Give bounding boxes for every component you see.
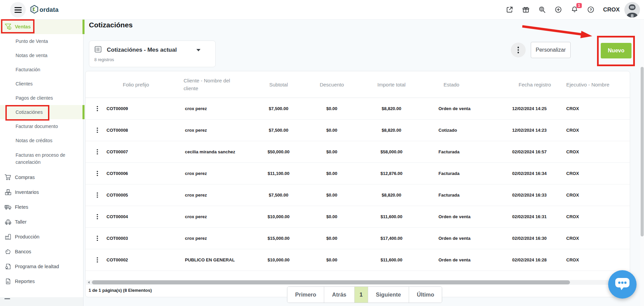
cell-cliente: PUBLICO EN GENERAL <box>168 249 253 271</box>
chevron-down-icon <box>196 49 200 51</box>
funnel-dollar-icon: $ <box>4 23 12 30</box>
row-menu-button[interactable] <box>94 234 101 243</box>
table-row[interactable]: COT00002PUBLICO EN GENERAL$10,000.00$0.0… <box>86 249 630 271</box>
table-row[interactable]: COT00008crox perez$7,500.00$0.00$8,820.0… <box>86 120 630 141</box>
sidebar-item-label: Bancos <box>15 249 31 254</box>
table-row[interactable]: COT00006crox perez$11,100.00$0.00$12,876… <box>86 163 630 184</box>
row-menu-button[interactable] <box>94 191 101 200</box>
sidebar-item-compras[interactable]: Compras <box>0 170 83 185</box>
page-title: Cotizaciónes <box>89 21 133 29</box>
column-header-6: Estado <box>423 71 506 98</box>
row-menu-button[interactable] <box>94 212 101 221</box>
cell-importe: $8,820.00 <box>360 184 423 206</box>
pagination-primero[interactable]: Primero <box>287 287 324 303</box>
gift-icon[interactable] <box>522 6 530 14</box>
sidebar-item-label: Facturas en proceso de cancelación <box>16 152 74 166</box>
vertical-scrollbar[interactable] <box>640 19 644 306</box>
sidebar-item-punto-de-venta[interactable]: Punto de Venta <box>0 34 83 48</box>
cell-estado: Facturada <box>423 184 506 206</box>
app-logo[interactable]: ordata <box>30 5 58 15</box>
cell-fecha: 02/02/2024 16:33 <box>506 184 564 206</box>
horizontal-scrollbar[interactable] <box>91 280 629 285</box>
row-menu-button[interactable] <box>94 104 101 113</box>
cell-cliente: crox perez <box>168 184 253 206</box>
cell-estado: Orden de venta <box>423 98 506 119</box>
column-header-1: Folio prefijo <box>104 71 168 98</box>
table-row[interactable]: COT00003crox perez$15,000.00$0.00$17,400… <box>86 228 630 249</box>
view-selector-label: Cotizaciónes - Mes actual <box>107 47 177 53</box>
sidebar-item-clientes[interactable]: Clientes <box>0 77 83 91</box>
bell-icon[interactable]: 1 <box>571 6 578 14</box>
cell-importe: $12,876.00 <box>360 163 423 184</box>
horizontal-scrollbar-thumb[interactable] <box>92 280 570 284</box>
cell-fecha: 12/02/2024 14:25 <box>506 98 564 119</box>
svg-text:?: ? <box>590 8 592 12</box>
row-menu-button[interactable] <box>94 256 101 264</box>
cell-fecha: 02/02/2024 16:57 <box>506 141 564 162</box>
cell-estado: Facturada <box>423 141 506 162</box>
sidebar-item-notas-de-créditos[interactable]: Notas de créditos <box>0 133 83 148</box>
cart-icon <box>4 174 12 181</box>
sidebar-item-taller[interactable]: Taller <box>0 214 83 229</box>
user-menu[interactable]: CROX <box>603 2 640 18</box>
cell-folio: COT00003 <box>104 228 168 249</box>
sidebar-item-pagos-de-clientes[interactable]: Pagos de clientes <box>0 91 83 105</box>
topbar-actions: 1? <box>506 6 595 14</box>
vertical-scrollbar-thumb[interactable] <box>641 67 644 236</box>
cell-estado: Orden de venta <box>423 249 506 271</box>
personalize-button[interactable]: Personalizar <box>531 42 571 58</box>
quotes-table: Folio prefijoCliente - Nombre del client… <box>85 71 630 297</box>
cell-ejecutivo: CROX <box>564 184 628 206</box>
chat-bubble-button[interactable] <box>608 270 637 299</box>
pagination--ltimo[interactable]: Último <box>409 287 442 303</box>
cell-cliente: crox perez <box>168 120 253 141</box>
new-button[interactable]: Nuevo <box>601 43 631 58</box>
avatar[interactable] <box>624 2 640 18</box>
cell-ejecutivo: CROX <box>564 228 628 249</box>
help-icon[interactable]: ? <box>587 6 595 14</box>
row-menu-button[interactable] <box>94 169 101 178</box>
list-icon <box>94 45 102 55</box>
cell-importe: $17,400.00 <box>360 228 423 249</box>
hscroll-left-arrow[interactable] <box>86 280 91 285</box>
pagination-siguiente[interactable]: Siguiente <box>368 287 409 303</box>
cell-estado: Orden de venta <box>423 206 506 227</box>
sidebar-item-programa-de-lealtad[interactable]: Programa de lealtad <box>0 259 83 274</box>
sidebar-item-ventas[interactable]: $Ventas <box>0 19 83 34</box>
sidebar-item-facturación[interactable]: Facturación <box>0 62 83 77</box>
table-options-button[interactable] <box>511 43 526 57</box>
pagination-1[interactable]: 1 <box>354 287 368 303</box>
cell-estado: Orden de venta <box>423 228 506 249</box>
pagination-atr-s[interactable]: Atrás <box>324 287 354 303</box>
open-external-icon[interactable] <box>506 6 514 14</box>
sidebar-item-inventarios[interactable]: Inventarios <box>0 185 83 200</box>
sidebar-item-facturas-en-proceso-de-cancelación[interactable]: Facturas en proceso de cancelación <box>0 148 83 170</box>
sidebar-item-fletes[interactable]: Fletes <box>0 200 83 214</box>
sidebar-item-label: Taller <box>15 219 27 225</box>
sidebar-item-cotizaciónes[interactable]: Cotizaciónes <box>0 105 83 119</box>
row-menu-button[interactable] <box>94 148 101 156</box>
sidebar-item-label: Notas de venta <box>16 53 47 58</box>
sidebar-item-notas-de-venta[interactable]: Notas de venta <box>0 48 83 62</box>
sidebar-item-reportes[interactable]: Reportes <box>0 274 83 289</box>
table-row[interactable]: COT00009crox perez$7,500.00$0.00$8,820.0… <box>86 98 630 120</box>
view-selector[interactable]: Cotizaciónes - Mes actual 8 registros <box>89 41 216 67</box>
sidebar-item-producción[interactable]: Producción <box>0 229 83 244</box>
plus-circle-icon[interactable] <box>554 6 562 14</box>
cell-cliente: crox perez <box>168 98 253 119</box>
cell-fecha: 02/02/2024 16:28 <box>506 249 564 271</box>
cell-folio: COT00006 <box>104 163 168 184</box>
search-zoom-icon[interactable] <box>538 6 546 14</box>
table-row[interactable]: COT00007cecilia miranda sanchez$50,000.0… <box>86 141 630 163</box>
row-menu-button[interactable] <box>94 126 101 135</box>
loyalty-doc-icon <box>4 263 12 270</box>
sidebar-item-facturar-documento[interactable]: Facturar documento <box>0 119 83 133</box>
column-header-2: Cliente - Nombre del cliente <box>168 71 253 98</box>
table-row[interactable]: COT00004crox perez$10,000.00$0.00$11,600… <box>86 206 630 228</box>
sidebar-item-bancos[interactable]: Bancos <box>0 244 83 259</box>
logo-hexagon-icon <box>30 5 39 15</box>
column-header-3: Subtotal <box>253 71 304 98</box>
hamburger-menu-button[interactable] <box>10 2 26 18</box>
table-row[interactable]: COT00005crox perez$7,500.00$0.00$8,820.0… <box>86 184 630 206</box>
user-name: CROX <box>603 6 620 13</box>
